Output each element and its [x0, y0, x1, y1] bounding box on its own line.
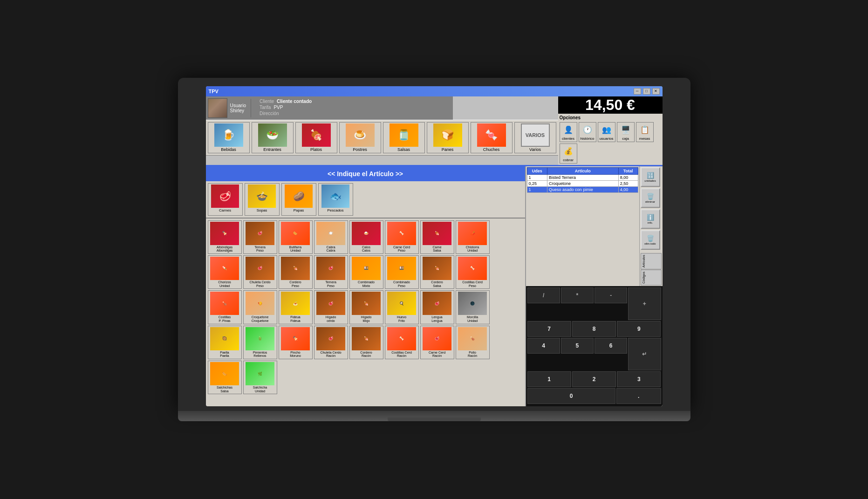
key-slash[interactable]: / [527, 287, 560, 303]
product-carne-cerd-peso[interactable]: 🦴Carne CerdPeso [385, 220, 419, 254]
elim-todo-button[interactable]: 🗑️ elim.todo [641, 230, 660, 250]
croquetone-img: 🍤 [246, 292, 274, 315]
product-costillas-p-pinas[interactable]: 🍗CostillasP. Pinas [208, 290, 242, 324]
col-total: Total [618, 167, 638, 174]
eliminar-button[interactable]: 🗑️ eliminar [641, 188, 660, 208]
category-postres[interactable]: 🍮 Postres [339, 122, 381, 153]
salsas-label: Salsas [397, 147, 410, 152]
key-3[interactable]: 3 [617, 371, 661, 387]
product-chuleta-cerdo[interactable]: 🥩Chuleta CerdoPeso [243, 255, 277, 289]
carnes-img: 🥩 [211, 185, 239, 208]
product-morcilla[interactable]: 🌑MorcillaUnidad [456, 290, 490, 324]
product-cabra[interactable]: 🍽️CabraCabra [314, 220, 348, 254]
key-mult[interactable]: * [561, 287, 594, 303]
product-higado-mojo[interactable]: 🍖HígadoMojo [349, 290, 383, 324]
key-8[interactable]: 8 [572, 321, 616, 337]
product-huevo-frito[interactable]: 🍳HuevoFrito [385, 290, 419, 324]
product-cordero-salsa[interactable]: 🍖CorderoSalsa [420, 255, 454, 289]
option-caja[interactable]: 🖥️ caja [617, 122, 635, 142]
product-combinado-peso[interactable]: 🍱CombinadoPeso [385, 255, 419, 289]
sopas-label: Sopas [257, 208, 267, 212]
postres-label: Postres [353, 147, 367, 152]
option-usuarios[interactable]: 👥 usuarios [598, 122, 615, 142]
subcat-pescados[interactable]: 🐟 Pescados [318, 183, 353, 216]
lengua-img: 🥩 [423, 292, 451, 315]
subcat-papas[interactable]: 🥔 Papas [281, 183, 316, 216]
product-fideua[interactable]: 🍝FideuaFideua [279, 290, 313, 324]
order-table: Udes Artículo Total 1 Bisted Ter [527, 167, 638, 193]
close-button[interactable]: ✕ [652, 88, 660, 95]
varios-img: VARIOS [521, 123, 550, 147]
key-0[interactable]: 0 [527, 388, 615, 404]
product-pincho[interactable]: 🍢PinchoMoruno [279, 326, 313, 359]
product-pollo[interactable]: 🍗PolloRacón [456, 326, 490, 359]
option-historico[interactable]: 🕐 histórico [579, 122, 596, 142]
info-button[interactable]: ℹ️ info. [641, 209, 660, 229]
price-value: 14,50 € [585, 96, 635, 114]
category-platos[interactable]: 🍖 Platos [295, 122, 337, 153]
maximize-button[interactable]: □ [643, 88, 650, 95]
option-cobrar[interactable]: 💰 cobrar [560, 144, 577, 164]
product-paella[interactable]: 🥘PaellaPaella [208, 326, 242, 359]
product-lengua[interactable]: 🥩LenguaLengua [420, 290, 454, 324]
caja-label: caja [622, 137, 629, 141]
product-salchichas[interactable]: 🌭SalchichasSalsa [208, 361, 242, 394]
product-cordero-peso[interactable]: 🍖CorderoPeso [279, 255, 313, 289]
product-costillas-racon[interactable]: 🦴Costillas CerdRacón [385, 326, 419, 359]
product-carne-cerd-racon[interactable]: 🥩Carne CerdRacón [420, 326, 454, 359]
key-9[interactable]: 9 [617, 321, 661, 337]
key-enter[interactable]: ↵ [628, 338, 661, 370]
product-pimientos[interactable]: 🫑PimientosRellenos [243, 326, 277, 359]
product-cordero-racon[interactable]: 🍖CorderoRacón [349, 326, 383, 359]
product-albondigas[interactable]: 🍢AlbóndigasAlbondigas [208, 220, 242, 254]
col-articulo: Artículo [547, 167, 619, 174]
product-chorizos[interactable]: 🍡ChorizosUnidad [208, 255, 242, 289]
tab-articulos[interactable]: Artículos [641, 253, 662, 269]
product-chuleta-racon[interactable]: 🥩Chuleta CerdoRacón [314, 326, 348, 359]
key-dot[interactable]: . [616, 388, 661, 404]
order-row-2[interactable]: 0,25 Croquetone 2,50 [527, 180, 638, 186]
key-5[interactable]: 5 [561, 338, 594, 354]
row2-udes: 0,25 [527, 180, 547, 186]
product-ternera-peso2[interactable]: 🥩TerneraPeso [314, 255, 348, 289]
product-butifarra[interactable]: 🌭ButifarraUnidad [279, 220, 313, 254]
minimize-button[interactable]: ─ [634, 88, 641, 95]
subcat-sopas[interactable]: 🍲 Sopas [245, 183, 280, 216]
category-salsas[interactable]: 🫙 Salsas [383, 122, 425, 153]
key-6[interactable]: 6 [595, 338, 627, 354]
category-varios[interactable]: VARIOS Varios [514, 122, 556, 153]
key-minus[interactable]: - [595, 287, 627, 303]
category-panes[interactable]: 🍞 Panes [427, 122, 469, 153]
product-ternera-peso[interactable]: 🥩TerneraPeso [243, 220, 277, 254]
product-croquetone[interactable]: 🍤CroquetoneCroquetone [243, 290, 277, 324]
clientes-icon: 👤 [562, 123, 575, 137]
product-costillas-cerd-peso[interactable]: 🦴Costillas CerdPeso [456, 255, 490, 289]
key-2[interactable]: 2 [572, 371, 616, 387]
category-chuches[interactable]: 🍬 Chuches [471, 122, 513, 153]
order-row-3[interactable]: 1 Queso asado con pimie 4,00 [527, 186, 638, 192]
direccion-label: Dirección [260, 111, 279, 116]
product-higado-cerdo[interactable]: 🥩Hígadocerdo [314, 290, 348, 324]
product-combinado-mixto[interactable]: 🍱CombinadoMixto [349, 255, 383, 289]
option-mesas[interactable]: 📋 mesas [636, 122, 654, 142]
option-clientes[interactable]: 👤 clientes [560, 122, 577, 142]
varios-label: Varios [529, 147, 541, 152]
unidades-button[interactable]: 🔢 unidades [641, 167, 660, 187]
category-entrantes[interactable]: 🥗 Entrantes [252, 122, 294, 153]
category-bebidas[interactable]: 🍺 Bebidas [208, 122, 250, 153]
product-calos[interactable]: 🍛CalosCalos [349, 220, 383, 254]
key-4[interactable]: 4 [527, 338, 560, 354]
order-row-1[interactable]: 1 Bisted Ternera 8,00 [527, 174, 638, 180]
key-plus[interactable]: + [628, 287, 661, 320]
tab-codigos[interactable]: Códigos [641, 270, 662, 286]
article-header: << Indique el Artículo >> [206, 166, 525, 181]
product-carne-salsa[interactable]: 🍖CarneSalsa [420, 220, 454, 254]
mesas-icon: 📋 [638, 123, 651, 137]
butifarra-img: 🌭 [281, 222, 310, 245]
product-chistorra[interactable]: 🌶️ChistorraUnidad [456, 220, 490, 254]
options-title: Opciones [560, 115, 661, 120]
key-1[interactable]: 1 [527, 371, 571, 387]
subcat-carnes[interactable]: 🥩 Carnes [208, 183, 243, 216]
product-salchicha-unidad[interactable]: 🌿SalchichaUnidad [243, 361, 277, 394]
key-7[interactable]: 7 [527, 321, 571, 337]
